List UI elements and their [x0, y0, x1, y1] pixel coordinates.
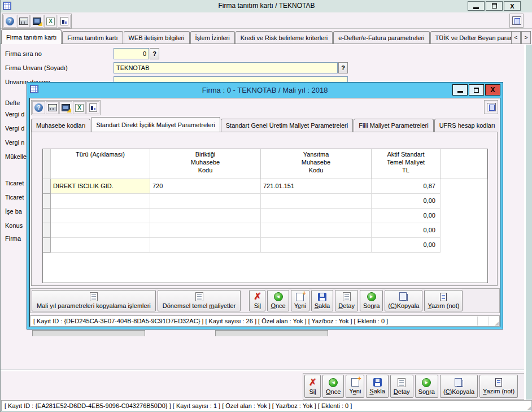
donemsel-temel-maliyetler-button[interactable]: Dönemsel temel maliyetler — [158, 290, 241, 311]
table-row: 0,00 — [43, 223, 487, 238]
report-icon — [60, 17, 68, 25]
tab-firma-tanitim-karti[interactable]: Firma tanıtım kartı — [62, 31, 123, 44]
tab-scroll-left-button[interactable]: < — [511, 31, 521, 44]
cell-yansitma[interactable]: 721.01.151 — [261, 179, 372, 194]
tab-kredi-risk[interactable]: Kredi ve Risk belirleme kriterleri — [236, 31, 333, 44]
dialog-help-button[interactable] — [32, 101, 45, 114]
header-yansitma: Yansıtma Muhasebe Kodu — [261, 149, 372, 179]
cell-biriktigi[interactable]: 720 — [150, 179, 261, 194]
main-yeni-button[interactable]: Yeni — [346, 375, 364, 398]
resize-grip[interactable]: ◢ — [527, 405, 531, 411]
main-yazim-button[interactable]: Yazım (not) — [479, 375, 518, 398]
tab-fiili-maliyet[interactable]: Fiili Maliyet Parametreleri — [354, 119, 433, 132]
dialog-yazim-button[interactable]: Yazım (not) — [424, 290, 463, 311]
tab-edefter-efatura[interactable]: e-Defter/e-Fatura parametreleri — [333, 31, 429, 44]
cell-maliyet[interactable]: 0,00 — [372, 194, 441, 209]
dialog-maximize-button[interactable] — [469, 84, 484, 96]
cell-maliyet[interactable]: 0,00 — [372, 209, 441, 223]
tab-scroll-right-button[interactable]: > — [521, 31, 531, 44]
cell-maliyet[interactable]: 0,00 — [372, 223, 441, 238]
close-icon: X — [510, 3, 514, 10]
row-selector[interactable] — [43, 238, 51, 253]
dialog-once-button[interactable]: Once — [267, 290, 289, 311]
main-sonra-button[interactable]: Sonra — [415, 375, 438, 398]
excel-button[interactable] — [44, 15, 57, 28]
close-button[interactable]: X — [504, 1, 521, 11]
cell-turu[interactable] — [51, 194, 150, 209]
dialog-calculator-button[interactable] — [46, 101, 59, 114]
clipped-label: Firma — [5, 235, 21, 242]
row-selector[interactable] — [43, 179, 51, 194]
monitor-button[interactable] — [30, 15, 43, 28]
tab-standart-genel-uretim[interactable]: Standart Genel Üretim Maliyet Parametrel… — [221, 119, 353, 132]
document-icon — [195, 292, 203, 301]
cell-maliyet[interactable]: 0,00 — [372, 238, 441, 253]
row-selector[interactable] — [43, 223, 51, 238]
cell-biriktigi[interactable] — [150, 223, 261, 238]
tab-standart-direkt-iscilik[interactable]: Standart Direkt İşçilik Maliyet Parametr… — [91, 117, 220, 132]
maximize-button[interactable] — [486, 1, 503, 11]
tab-web-iletisim-bilgileri[interactable]: WEB iletişim bilgileri — [124, 31, 190, 44]
row-selector[interactable] — [43, 209, 51, 223]
table-row: 0,00 — [43, 194, 487, 209]
hidden-button-strip — [215, 330, 328, 336]
resize-grip[interactable]: ◢ — [495, 320, 499, 326]
export-button[interactable] — [509, 14, 524, 28]
row-selector[interactable] — [43, 194, 51, 209]
dialog-statusbar: [ Kayıt ID : {DED245CA-3E07-404B-8DA5-9C… — [30, 315, 500, 327]
dialog-yeni-button[interactable]: Yeni — [291, 290, 309, 311]
dialog-sil-button[interactable]: Sil — [249, 290, 265, 311]
tab-islem-izinleri[interactable]: İşlem İzinleri — [190, 31, 235, 44]
minimize-button[interactable] — [468, 1, 485, 11]
dialog-export-button[interactable] — [484, 100, 498, 114]
cell-biriktigi[interactable] — [150, 238, 261, 253]
note-icon — [440, 293, 447, 301]
cell-yansitma[interactable] — [261, 209, 372, 223]
cell-maliyet[interactable]: 0,87 — [372, 179, 441, 194]
clipped-label: Ticaret — [5, 180, 24, 187]
main-sil-button[interactable]: Sil — [304, 375, 321, 398]
delete-icon — [252, 292, 262, 301]
dialog-body: Muhasebe kodları Standart Direkt İşçilik… — [29, 98, 500, 327]
dialog-kopyala-button[interactable]: (C)Kopyala — [385, 290, 422, 311]
cell-turu[interactable] — [51, 238, 150, 253]
main-window-controls: X — [468, 1, 521, 11]
cell-yansitma[interactable] — [261, 223, 372, 238]
cell-yansitma[interactable] — [261, 194, 372, 209]
dialog-monitor-button[interactable] — [59, 101, 72, 114]
dialog-report-button[interactable] — [86, 101, 99, 114]
help-icon — [34, 103, 43, 112]
dialog-detay-button[interactable]: Detay — [335, 290, 358, 311]
mali-yil-kopyalama-button[interactable]: Mali yıl parametreleri kopyalama işlemle… — [32, 290, 156, 311]
excel-icon — [75, 104, 84, 112]
firma-unvani-field[interactable]: TEKNOTAB — [114, 62, 338, 73]
report-button[interactable] — [58, 15, 71, 28]
dialog-sonra-button[interactable]: Sonra — [360, 290, 383, 311]
main-once-button[interactable]: Once — [322, 375, 344, 398]
cell-yansitma[interactable] — [261, 238, 372, 253]
main-kopyala-button[interactable]: (C)Kopyala — [440, 375, 478, 398]
cell-turu[interactable] — [51, 223, 150, 238]
tab-firma-tanitim-karti-active[interactable]: Firma tanıtım kartı — [1, 29, 62, 44]
dialog-close-button[interactable]: X — [485, 84, 500, 96]
tab-ufrs-hesap-kodlari[interactable]: UFRS hesap kodları — [434, 119, 499, 132]
tab-muhasebe-kodlari[interactable]: Muhasebe kodları — [31, 119, 90, 132]
dialog-excel-button[interactable] — [73, 101, 86, 114]
cell-biriktigi[interactable] — [150, 209, 261, 223]
firma-sira-no-help-button[interactable]: ? — [150, 48, 159, 59]
dialog-minimize-button[interactable] — [452, 84, 468, 96]
clipped-label: Ticaret — [5, 194, 24, 201]
firma-unvani-help-button[interactable]: ? — [338, 62, 348, 73]
cell-turu[interactable]: DIREKT ISCILIK GID. — [51, 179, 150, 194]
main-sakla-button[interactable]: Sakla — [366, 375, 389, 398]
main-detay-button[interactable]: Detay — [390, 375, 413, 398]
save-icon — [373, 378, 382, 387]
cell-turu[interactable] — [51, 209, 150, 223]
dialog-sakla-button[interactable]: Sakla — [311, 290, 334, 311]
cell-biriktigi[interactable] — [150, 194, 261, 209]
tab-tuik-defter-beyan[interactable]: TÜİK ve Defter Beyan parametreleri — [430, 31, 512, 44]
delete-icon — [308, 378, 317, 387]
detail-icon — [343, 292, 351, 301]
firma-dialog: Firma : 0 - TEKNOTAB / Mali yıl : 2018 X… — [27, 82, 503, 329]
firma-sira-no-field[interactable]: 0 — [114, 48, 149, 59]
